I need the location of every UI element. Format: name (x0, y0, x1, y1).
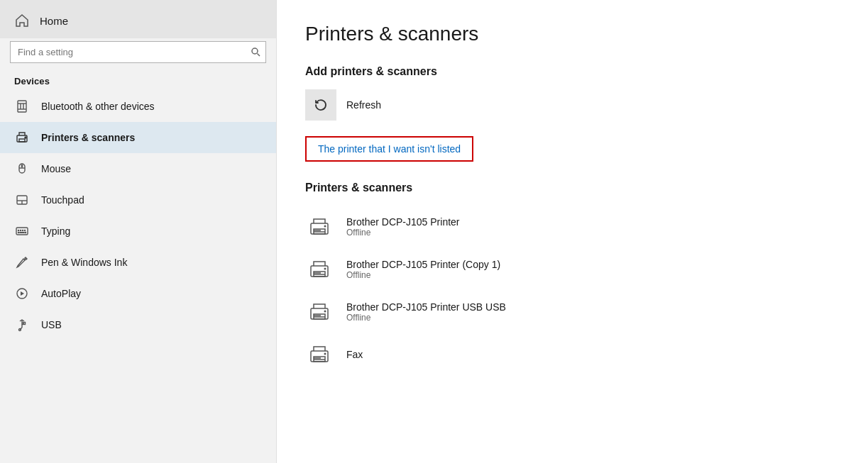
printer-icon-4 (305, 340, 334, 369)
printer-status: Offline (346, 270, 500, 280)
printer-icon-2 (305, 255, 334, 284)
printer-name: Brother DCP-J105 Printer USB USB (346, 301, 506, 313)
svg-rect-30 (23, 323, 26, 325)
printer-item[interactable]: Brother DCP-J105 Printer USB USB Offline (305, 291, 840, 333)
printer-info-1: Brother DCP-J105 Printer Offline (346, 216, 460, 238)
add-section-title: Add printers & scanners (305, 65, 840, 78)
search-box (10, 41, 266, 63)
sidebar-item-label: Mouse (41, 163, 71, 174)
sidebar-item-bluetooth[interactable]: Bluetooth & other devices (0, 91, 276, 122)
svg-line-1 (258, 54, 260, 57)
refresh-button[interactable] (305, 89, 336, 121)
sidebar-item-typing[interactable]: Typing (0, 216, 276, 247)
svg-point-38 (324, 268, 326, 270)
search-icon (251, 48, 260, 57)
printer-nav-icon (14, 130, 30, 145)
sidebar-item-label: Printers & scanners (41, 132, 135, 143)
printer-item[interactable]: Fax (305, 333, 840, 376)
add-area: Refresh (305, 89, 840, 121)
pen-icon (14, 255, 30, 270)
page-title: Printers & scanners (305, 23, 840, 45)
search-input[interactable] (10, 41, 266, 63)
keyboard-icon (14, 223, 30, 239)
printer-name: Brother DCP-J105 Printer (Copy 1) (346, 259, 500, 270)
sidebar-item-printers[interactable]: Printers & scanners (0, 122, 276, 153)
main-content: Printers & scanners Add printers & scann… (277, 0, 868, 463)
sidebar-item-label: Pen & Windows Ink (41, 257, 127, 268)
printer-item[interactable]: Brother DCP-J105 Printer Offline (305, 206, 840, 248)
touchpad-icon (14, 192, 30, 208)
autoplay-icon (14, 286, 30, 301)
sidebar-home[interactable]: Home (0, 0, 276, 38)
sidebar-item-label: Bluetooth & other devices (41, 101, 155, 112)
printer-info-2: Brother DCP-J105 Printer (Copy 1) Offlin… (346, 259, 500, 280)
sidebar-item-label: Typing (41, 225, 70, 237)
svg-point-33 (324, 225, 326, 228)
refresh-label: Refresh (346, 99, 381, 111)
not-listed-link[interactable]: The printer that I want isn't listed (305, 136, 473, 162)
mouse-icon (14, 161, 30, 177)
svg-point-13 (21, 165, 23, 167)
printer-info-3: Brother DCP-J105 Printer USB USB Offline (346, 301, 506, 323)
home-icon (14, 13, 30, 28)
home-label: Home (40, 15, 68, 27)
svg-point-0 (252, 48, 258, 54)
sidebar-item-pen[interactable]: Pen & Windows Ink (0, 247, 276, 278)
svg-rect-2 (18, 101, 26, 112)
sidebar: Home Devices Bluetooth & other devices (0, 0, 277, 463)
printer-icon-3 (305, 298, 334, 326)
svg-point-43 (324, 311, 326, 313)
sidebar-item-autoplay[interactable]: AutoPlay (0, 278, 276, 309)
sidebar-item-mouse[interactable]: Mouse (0, 153, 276, 184)
devices-section-label: Devices (0, 70, 276, 91)
svg-point-9 (25, 137, 26, 138)
printer-status: Offline (346, 313, 506, 323)
printer-info-4: Fax (346, 349, 363, 360)
printers-section-title: Printers & scanners (305, 182, 840, 194)
sidebar-item-usb[interactable]: USB (0, 309, 276, 340)
printer-icon-1 (305, 213, 334, 241)
printer-item[interactable]: Brother DCP-J105 Printer (Copy 1) Offlin… (305, 248, 840, 291)
bluetooth-icon (14, 99, 30, 114)
svg-rect-8 (19, 139, 25, 142)
sidebar-item-label: Touchpad (41, 194, 84, 206)
svg-point-48 (324, 353, 326, 355)
printer-name: Fax (346, 349, 363, 360)
sidebar-item-touchpad[interactable]: Touchpad (0, 184, 276, 216)
sidebar-item-label: USB (41, 319, 62, 330)
printer-status: Offline (346, 228, 460, 238)
usb-icon (14, 317, 30, 333)
sidebar-item-label: AutoPlay (41, 288, 81, 299)
printer-name: Brother DCP-J105 Printer (346, 216, 460, 228)
